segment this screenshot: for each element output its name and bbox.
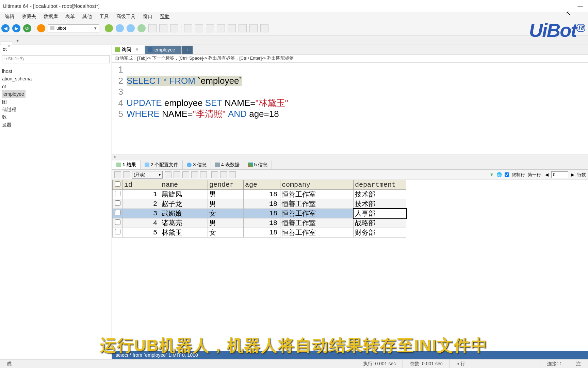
tool-icon[interactable] [123, 171, 130, 178]
menu-database[interactable]: 数据库 [40, 13, 61, 20]
tree-item[interactable]: 储过程 [2, 106, 110, 113]
cell-id[interactable]: 2 [123, 199, 160, 209]
table-row[interactable]: 1 黑旋风 男 18 恒善工作室 技术部 [113, 190, 406, 199]
tree-item-employee[interactable]: employee [2, 90, 26, 98]
tool-icon[interactable] [148, 24, 157, 32]
result-tab-4[interactable]: 4 表数据 [211, 160, 244, 169]
cell-id[interactable]: 4 [123, 218, 160, 228]
db-tool2-icon[interactable] [127, 24, 135, 32]
col-checkbox[interactable] [113, 180, 123, 190]
cell-name[interactable]: 诸葛亮 [160, 218, 208, 228]
db-tool-icon[interactable] [116, 24, 124, 32]
result-tab-2[interactable]: 2 个配置文件 [141, 160, 183, 169]
close-icon[interactable]: ✕ [7, 44, 11, 48]
tool-icon[interactable] [206, 24, 214, 32]
col-department[interactable]: department [354, 180, 406, 190]
row-checkbox[interactable] [115, 219, 120, 225]
menu-favorites[interactable]: 收藏夹 [18, 13, 39, 20]
menu-help[interactable]: 帮助 [157, 13, 173, 20]
cell-name[interactable]: 林黛玉 [160, 228, 208, 237]
cell-department[interactable]: 技术部 [354, 199, 406, 209]
cell-company[interactable]: 恒善工作室 [280, 218, 354, 228]
tab-employee[interactable]: employee [145, 46, 182, 54]
col-id[interactable]: id [123, 180, 160, 190]
tool-icon[interactable] [200, 171, 207, 178]
tab-query[interactable]: 询问 ✕ [112, 45, 145, 54]
globe-icon[interactable]: 🌐 [496, 172, 502, 177]
tool-icon[interactable] [114, 171, 121, 178]
menu-window[interactable]: 窗口 [140, 13, 156, 20]
row-checkbox[interactable] [115, 191, 120, 196]
result-tab-1[interactable]: 1 结果 [112, 160, 141, 169]
tree-item[interactable]: 图 [2, 98, 110, 106]
result-tab-5[interactable]: 5 信息 [244, 160, 272, 169]
tool-icon[interactable] [182, 171, 189, 178]
cell-name[interactable]: 赵子龙 [160, 199, 208, 209]
tree-item[interactable]: 数 [2, 113, 110, 121]
cell-name[interactable]: 黑旋风 [160, 190, 208, 199]
prev-page-button[interactable]: ◀ [545, 172, 549, 177]
cell-department[interactable]: 战略部 [354, 218, 406, 228]
cell-name[interactable]: 武媚娘 [160, 209, 208, 218]
col-gender[interactable]: gender [208, 180, 244, 190]
code-area[interactable]: SELECT * FROM `employee` UPDATE employee… [127, 63, 588, 154]
cell-gender[interactable]: 男 [208, 190, 244, 199]
filter-icon[interactable]: ▼ [490, 172, 494, 177]
minimize-button[interactable]: — [575, 2, 585, 10]
horizontal-scrollbar[interactable]: < [112, 154, 588, 160]
close-icon[interactable]: ✕ [135, 47, 138, 52]
cell-id[interactable]: 3 [123, 209, 160, 218]
table-row[interactable]: 5 林黛玉 女 18 恒善工作室 财务部 [113, 228, 406, 237]
tool-icon[interactable] [229, 171, 236, 178]
tree-item[interactable]: lhost [2, 67, 110, 75]
tool-icon[interactable] [211, 171, 218, 178]
cell-company[interactable]: 恒善工作室 [280, 228, 354, 237]
table-row[interactable]: 2 赵子龙 男 18 恒善工作室 技术部 [113, 199, 406, 209]
menu-advanced[interactable]: 高级工具 [113, 13, 139, 20]
col-age[interactable]: age [244, 180, 280, 190]
nav-forward-icon[interactable]: ▶ [12, 24, 20, 32]
first-row-input[interactable] [551, 171, 568, 178]
tool-icon[interactable] [165, 171, 172, 178]
add-editor-tab[interactable]: + [182, 46, 193, 54]
cell-age[interactable]: 18 [244, 190, 280, 199]
tool-icon[interactable] [228, 24, 236, 32]
cell-age[interactable]: 18 [244, 228, 280, 237]
menu-edit[interactable]: 编辑 [1, 13, 18, 20]
tool-icon[interactable] [184, 24, 192, 32]
database-select[interactable]: uibot [48, 24, 99, 32]
menu-table[interactable]: 表单 [62, 13, 78, 20]
result-tab-3[interactable]: 3 信息 [183, 160, 211, 169]
sidebar-search[interactable]: l+Shift+B) [2, 55, 110, 63]
limit-rows-checkbox[interactable] [505, 172, 509, 177]
cell-company[interactable]: 恒善工作室 [280, 199, 354, 209]
tree-item[interactable]: ation_schema [2, 75, 110, 82]
cell-gender[interactable]: 男 [208, 218, 244, 228]
row-checkbox[interactable] [115, 229, 120, 234]
connection-tab[interactable]: ✕ [1, 42, 13, 45]
tool-icon[interactable] [159, 24, 167, 32]
cell-company[interactable]: 恒善工作室 [280, 209, 354, 218]
row-checkbox[interactable] [115, 200, 120, 206]
col-name[interactable]: name [160, 180, 208, 190]
table-row[interactable]: 4 诸葛亮 男 18 恒善工作室 战略部 [113, 218, 406, 228]
tree-item[interactable]: ot [2, 83, 110, 90]
tree-item[interactable]: 发器 [2, 121, 110, 128]
cell-gender[interactable]: 女 [208, 228, 244, 237]
cell-id[interactable]: 5 [123, 228, 160, 237]
table-row[interactable]: 3 武媚娘 女 18 恒善工作室 人事部 [113, 209, 406, 218]
tool-icon[interactable] [195, 24, 203, 32]
cell-age[interactable]: 18 [244, 218, 280, 228]
tool-icon[interactable] [217, 24, 225, 32]
tool-icon[interactable] [220, 171, 227, 178]
cell-gender[interactable]: 男 [208, 199, 244, 209]
tool-icon[interactable] [170, 24, 178, 32]
readonly-select[interactable]: (只读) [132, 171, 163, 179]
new-connection-icon[interactable] [37, 24, 45, 32]
next-page-button[interactable]: ▶ [571, 172, 574, 177]
cell-age[interactable]: 18 [244, 199, 280, 209]
user-icon[interactable] [105, 24, 113, 32]
cell-gender[interactable]: 女 [208, 209, 244, 218]
tool-icon[interactable] [249, 24, 258, 32]
tool-icon[interactable] [239, 24, 247, 32]
